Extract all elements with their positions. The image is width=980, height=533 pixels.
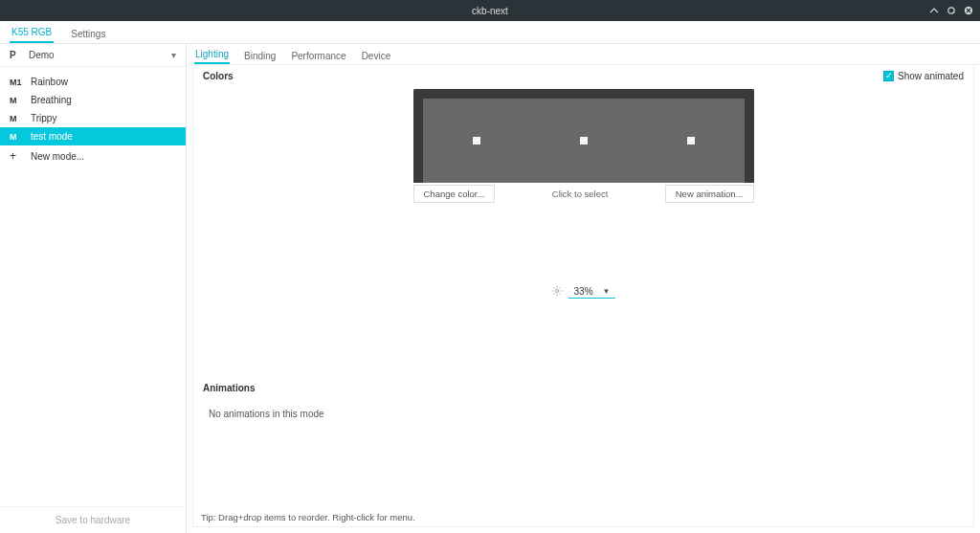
- mode-test-mode[interactable]: M test mode: [0, 127, 186, 145]
- tab-k55-rgb[interactable]: K55 RGB: [10, 22, 54, 43]
- close-button[interactable]: [963, 5, 974, 16]
- subtabs: Lighting Binding Performance Device: [187, 44, 980, 65]
- profile-selector[interactable]: P Demo ▾: [0, 44, 186, 67]
- sidebar: P Demo ▾ M1 Rainbow M Breathing M Trippy: [0, 44, 187, 533]
- svg-line-7: [553, 287, 554, 288]
- checkbox-checked-icon: ✓: [883, 71, 894, 81]
- mode-tag: M: [10, 132, 31, 142]
- keyboard-preview-frame: [413, 89, 754, 183]
- mode-new[interactable]: + New mode...: [0, 145, 186, 167]
- profile-name: Demo: [29, 50, 55, 60]
- subtab-binding[interactable]: Binding: [243, 47, 277, 64]
- mode-label: New mode...: [31, 151, 84, 162]
- svg-point-2: [555, 289, 558, 292]
- animations-empty-message: No animations in this mode: [203, 399, 964, 429]
- mode-label: test mode: [31, 131, 73, 142]
- subtab-lighting[interactable]: Lighting: [194, 45, 230, 64]
- modes-list: M1 Rainbow M Breathing M Trippy M test m…: [0, 67, 186, 506]
- mode-trippy[interactable]: M Trippy: [0, 109, 186, 127]
- brightness-value: 33%: [574, 286, 593, 297]
- click-to-select-hint: Click to select: [552, 189, 609, 199]
- plus-icon: +: [10, 149, 31, 163]
- device-tabbar: K55 RGB Settings: [0, 21, 980, 44]
- show-animated-toggle[interactable]: ✓ Show animated: [883, 71, 964, 81]
- brightness-icon: [551, 285, 563, 299]
- mode-tag: M: [10, 114, 31, 123]
- change-color-button[interactable]: Change color...: [413, 185, 496, 203]
- mode-label: Breathing: [31, 95, 72, 105]
- tip-text: Tip: Drag+drop items to reorder. Right-c…: [201, 512, 415, 522]
- svg-line-10: [559, 287, 560, 288]
- keyboard-preview[interactable]: [423, 99, 745, 183]
- profile-letter: P: [10, 50, 21, 60]
- mode-label: Trippy: [31, 113, 56, 123]
- new-animation-button[interactable]: New animation...: [665, 185, 754, 203]
- brightness-dropdown[interactable]: 33% ▼: [568, 285, 616, 299]
- zone-key-3[interactable]: [687, 137, 695, 144]
- brightness-control: 33% ▼: [203, 285, 964, 299]
- mode-rainbow[interactable]: M1 Rainbow: [0, 73, 186, 91]
- zone-key-2[interactable]: [580, 137, 588, 144]
- titlebar: ckb-next: [0, 0, 980, 21]
- chevron-down-icon: ▾: [171, 50, 176, 60]
- mode-tag: M1: [10, 78, 31, 87]
- tab-settings[interactable]: Settings: [69, 24, 107, 43]
- window-title: ckb-next: [472, 6, 508, 16]
- svg-point-0: [948, 8, 954, 13]
- mode-tag: M: [10, 96, 31, 105]
- save-to-hardware-button[interactable]: Save to hardware: [0, 506, 186, 533]
- show-animated-label: Show animated: [898, 71, 964, 81]
- subtab-device[interactable]: Device: [361, 47, 392, 64]
- mode-label: Rainbow: [31, 77, 68, 87]
- colors-section-title: Colors: [203, 71, 964, 81]
- minimize-button[interactable]: [928, 5, 940, 16]
- animations-section-title: Animations: [203, 383, 964, 393]
- subtab-performance[interactable]: Performance: [290, 47, 346, 64]
- zone-key-1[interactable]: [473, 137, 480, 144]
- maximize-button[interactable]: [946, 5, 957, 16]
- dropdown-triangle-icon: ▼: [603, 287, 611, 296]
- svg-line-9: [553, 294, 554, 295]
- mode-breathing[interactable]: M Breathing: [0, 91, 186, 109]
- svg-line-8: [559, 294, 560, 295]
